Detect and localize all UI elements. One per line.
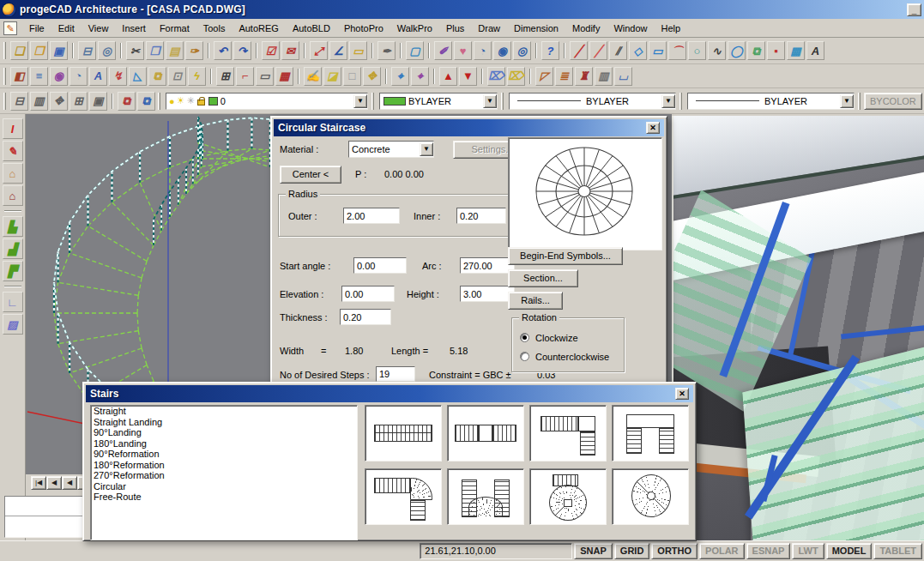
double-line-icon[interactable]: ⫽ <box>609 41 627 60</box>
toolbar-grip[interactable] <box>501 93 504 110</box>
stairs-type-list[interactable]: Straight Straight Landing 90°Landing 180… <box>90 405 358 540</box>
erase-yellow-icon[interactable]: ⌦ <box>507 67 525 86</box>
counterclockwise-radio[interactable] <box>520 352 529 361</box>
chair-icon[interactable]: ♜ <box>575 67 593 86</box>
menu-item[interactable]: View <box>82 21 116 36</box>
corner-icon[interactable]: ∟ <box>3 292 23 312</box>
layer-preview-icon[interactable]: ⧉ <box>137 92 155 111</box>
arch-properties-icon[interactable]: ◧ <box>10 67 28 86</box>
match-properties-icon[interactable]: ✑ <box>185 41 203 60</box>
status-toggle[interactable]: SNAP <box>574 543 613 559</box>
new-file-icon[interactable]: ❏ <box>10 41 28 60</box>
stairs-edit-icon[interactable]: ▟ <box>3 238 23 259</box>
tab-scroll-button[interactable]: ◀ <box>46 476 62 490</box>
measure-area-icon[interactable]: ▭ <box>349 41 367 60</box>
zoom-realtime-icon[interactable]: ◔ <box>474 41 492 60</box>
grid-window-icon[interactable]: ⊞ <box>216 67 234 86</box>
copy-icon[interactable]: ❒ <box>146 41 164 60</box>
toolbar-grip[interactable] <box>371 93 374 110</box>
menu-item[interactable]: Format <box>153 21 196 36</box>
layer-freeze-icon[interactable]: ✳ <box>187 95 195 106</box>
print-icon[interactable]: ⊟ <box>78 41 96 60</box>
zoom-previous-icon[interactable]: ◎ <box>513 41 531 60</box>
menu-item[interactable]: File <box>22 21 51 36</box>
lineweight-combo-arrow-icon[interactable]: ▼ <box>840 94 854 108</box>
sofa-icon[interactable]: ≣ <box>555 67 573 86</box>
cut-icon[interactable]: ✂ <box>126 41 144 60</box>
arch-search-icon[interactable]: ◉ <box>50 67 68 86</box>
render-viewport[interactable] <box>672 116 924 540</box>
thumbnail-circular[interactable] <box>612 468 689 525</box>
stairs-type-item[interactable]: Straight <box>91 406 357 417</box>
menu-item[interactable]: WalkPro <box>390 21 439 36</box>
close-icon[interactable]: ✕ <box>675 388 689 400</box>
status-toggle[interactable]: POLAR <box>699 543 745 559</box>
start-angle-input[interactable] <box>353 257 407 274</box>
stairs-type-item[interactable]: Circular <box>91 481 357 492</box>
minimize-button[interactable]: _ <box>907 3 921 16</box>
status-toggle[interactable]: ORTHO <box>651 543 698 559</box>
hatch-edit-icon[interactable]: ▨ <box>3 314 23 335</box>
line-icon[interactable]: ╱ <box>570 41 588 60</box>
elevation-input[interactable] <box>341 286 395 302</box>
undo-icon[interactable]: ↶ <box>214 41 232 60</box>
stairs-dialog[interactable]: Stairs ✕ Straight Straight Landing 90°La… <box>82 382 697 541</box>
insert-block-icon[interactable]: ⧉ <box>747 41 765 60</box>
structure-tree-icon[interactable]: ✥ <box>363 67 381 86</box>
toolbar-grip[interactable] <box>3 68 6 85</box>
layer-thaw-sun-icon[interactable]: ☀ <box>177 95 185 106</box>
camera-edit-icon[interactable]: ⌖ <box>411 67 429 86</box>
point-icon[interactable]: ▪ <box>767 41 785 60</box>
menu-item[interactable]: Window <box>607 21 654 36</box>
status-toggle[interactable]: ESNAP <box>746 543 791 559</box>
send-mail-icon[interactable]: ✉ <box>281 41 299 60</box>
ucs-icon[interactable]: ✥ <box>50 92 68 111</box>
arc-icon[interactable]: ⌒ <box>668 41 686 60</box>
thumbnail-90-reformation[interactable] <box>365 468 442 525</box>
door-icon[interactable]: ◸ <box>535 67 553 86</box>
redo-icon[interactable]: ↷ <box>233 41 251 60</box>
close-icon[interactable]: ✕ <box>646 122 660 134</box>
status-toggle[interactable]: MODEL <box>826 543 873 559</box>
select-window-icon[interactable]: ▢ <box>406 41 424 60</box>
thickness-input[interactable] <box>340 309 391 325</box>
stairs-type-item[interactable]: Free-Route <box>91 492 357 503</box>
color-combo[interactable]: BYLAYER ▼ <box>379 93 498 110</box>
stairs-type-item[interactable]: Straight Landing <box>91 417 357 428</box>
toolbar-grip[interactable] <box>679 93 682 110</box>
thumbnail-straight[interactable] <box>365 405 442 461</box>
layer-on-bulb-icon[interactable]: ● <box>169 96 175 106</box>
column-icon[interactable]: I <box>3 118 23 139</box>
arc-input[interactable] <box>460 257 515 274</box>
arch-layers-icon[interactable]: ⧉ <box>148 67 166 86</box>
stairs-rail-icon[interactable]: ▛ <box>3 261 23 281</box>
sink-icon[interactable]: ⌴ <box>614 67 632 86</box>
stairs-type-item[interactable]: 180°Landing <box>91 438 357 449</box>
arch-list-icon[interactable]: ≡ <box>30 67 48 86</box>
tab-scroll-button[interactable]: |◀ <box>31 476 46 490</box>
menu-item[interactable]: AutoBLD <box>286 21 337 36</box>
clockwise-radio[interactable] <box>520 333 529 342</box>
text-icon[interactable]: A <box>806 41 824 60</box>
lineweight-combo[interactable]: BYLAYER ▼ <box>687 93 855 110</box>
toolbar-grip[interactable] <box>158 93 160 110</box>
toolbar-grip[interactable] <box>858 93 861 110</box>
counterclockwise-radio-label[interactable]: Counterclockwise <box>535 352 609 362</box>
erase-blue-icon[interactable]: ⌦ <box>487 67 505 86</box>
print-preview-icon[interactable]: ◎ <box>98 41 116 60</box>
wall-arc-icon[interactable]: ⌐ <box>236 67 254 86</box>
layer-combo-arrow-icon[interactable]: ▼ <box>353 94 367 108</box>
tab-scroll-button[interactable]: ◀ <box>62 476 77 490</box>
center-button[interactable]: Center < <box>280 166 341 184</box>
arch-polyline-icon[interactable]: ↯ <box>109 67 127 86</box>
clockwise-radio-label[interactable]: Clockwize <box>535 333 578 343</box>
status-toggle[interactable]: LWT <box>792 543 824 559</box>
roof-insert-icon[interactable]: ⌂ <box>3 185 23 206</box>
eraser-3d-icon[interactable]: ◪ <box>323 67 341 86</box>
edit-check-icon[interactable]: ✍ <box>304 67 322 86</box>
hatch-icon[interactable]: ▦ <box>787 41 805 60</box>
menu-item[interactable]: Modify <box>565 21 607 36</box>
thumbnail-180-landing[interactable] <box>612 405 689 461</box>
menu-item[interactable]: Edit <box>51 21 82 36</box>
polygon-icon[interactable]: ◇ <box>629 41 647 60</box>
